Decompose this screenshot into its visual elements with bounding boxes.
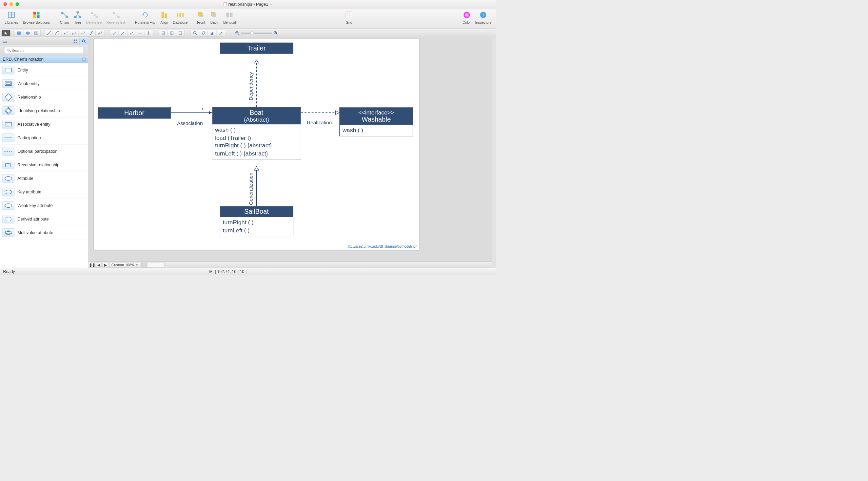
rotate-flip-button[interactable]: Rotate & Flip bbox=[133, 10, 158, 29]
window-controls bbox=[0, 2, 19, 6]
window-title[interactable]: relationships - Page1 ⌄ bbox=[223, 2, 272, 7]
shape-weak-key-attribute[interactable]: Weak key attribute bbox=[0, 199, 88, 212]
status-ready: Ready bbox=[3, 269, 15, 274]
diagram-canvas[interactable]: Trailer Harbor Boat {Abstract} wash ( ) bbox=[94, 39, 419, 250]
reverse-link-button[interactable]: Reverse link bbox=[104, 10, 127, 29]
page-tab-4[interactable] bbox=[159, 263, 165, 268]
snap-edge-tool[interactable] bbox=[167, 30, 176, 36]
libraries-button[interactable]: Libraries bbox=[3, 10, 20, 29]
inspectors-button[interactable]: i Inspectors bbox=[473, 10, 493, 29]
rect-tool[interactable] bbox=[15, 30, 23, 36]
svg-rect-24 bbox=[182, 13, 184, 17]
identical-button[interactable]: Identical bbox=[221, 10, 238, 29]
shape-optional-participation[interactable]: Optional participation bbox=[0, 145, 88, 158]
pause-icon[interactable]: ❚❚ bbox=[89, 263, 95, 268]
vguide-tool[interactable] bbox=[144, 30, 153, 36]
stamp-tool[interactable] bbox=[208, 30, 216, 36]
window-title-text: relationships - Page1 bbox=[228, 2, 268, 7]
shape-multivalue-attribute[interactable]: Multivalue attribute bbox=[0, 226, 88, 239]
pointer-tool[interactable] bbox=[2, 30, 10, 36]
prev-page-icon[interactable]: ◀ bbox=[96, 263, 102, 268]
distribute-button[interactable]: Distribute bbox=[171, 10, 190, 29]
shape-recursive-relationship[interactable]: Recursive relationship bbox=[0, 158, 88, 172]
canvas-scroll[interactable]: Trailer Harbor Boat {Abstract} wash ( ) bbox=[88, 37, 492, 262]
spline-tool[interactable] bbox=[127, 30, 136, 36]
close-section-icon[interactable]: ✕ bbox=[82, 57, 86, 62]
ellipse-tool[interactable] bbox=[23, 30, 32, 36]
back-button[interactable]: Back bbox=[208, 10, 221, 29]
zoom-tool[interactable] bbox=[191, 30, 199, 36]
connector-break-tool[interactable] bbox=[96, 30, 104, 36]
canvas-area: Trailer Harbor Boat {Abstract} wash ( ) bbox=[88, 37, 492, 268]
close-window-icon[interactable] bbox=[3, 2, 7, 6]
svg-line-45 bbox=[47, 32, 50, 35]
shape-identifying-relationship[interactable]: Identifying relationship bbox=[0, 104, 88, 118]
zoom-slider-thumb[interactable] bbox=[250, 31, 254, 35]
chain-button[interactable]: Chain bbox=[58, 10, 71, 29]
snap-corner-tool[interactable] bbox=[176, 30, 184, 36]
connector-direct-tool[interactable] bbox=[44, 30, 53, 36]
page-tab-2[interactable] bbox=[147, 263, 153, 268]
zoom-slider[interactable] bbox=[235, 31, 278, 35]
svg-rect-62 bbox=[211, 34, 213, 35]
shape-associative-entity[interactable]: Associative entity bbox=[0, 118, 88, 131]
hguide-tool[interactable] bbox=[136, 30, 144, 36]
uml-class-harbor[interactable]: Harbor bbox=[98, 107, 171, 119]
sidebar-search-input[interactable] bbox=[4, 47, 84, 54]
uml-class-sailboat[interactable]: SailBoat turnRight ( ) turnLeft ( ) bbox=[220, 206, 293, 236]
connector-spline-tool[interactable] bbox=[87, 30, 96, 36]
next-page-icon[interactable]: ▶ bbox=[102, 263, 108, 268]
connector-smart-tool[interactable] bbox=[70, 30, 78, 36]
connector-round-tool[interactable] bbox=[78, 30, 87, 36]
zoom-slider-track[interactable] bbox=[241, 33, 272, 34]
line-tool[interactable] bbox=[110, 30, 119, 36]
eyedropper-tool[interactable] bbox=[216, 30, 225, 36]
zoom-out-icon[interactable] bbox=[235, 31, 240, 35]
right-scrollbar[interactable] bbox=[492, 37, 496, 268]
sidebar-search-mode-icon[interactable] bbox=[79, 38, 88, 45]
zoom-in-icon[interactable] bbox=[274, 31, 278, 35]
uml-class-trailer[interactable]: Trailer bbox=[220, 43, 293, 54]
front-button[interactable]: Front bbox=[195, 10, 208, 29]
delete-link-button[interactable]: Delete link bbox=[84, 10, 104, 29]
svg-point-55 bbox=[163, 33, 163, 34]
page-tab-1[interactable] bbox=[141, 263, 147, 268]
page-tab-3[interactable] bbox=[153, 263, 159, 268]
zoom-combo[interactable]: Custom 108%▾ bbox=[109, 263, 140, 268]
color-button[interactable]: Color bbox=[460, 10, 473, 29]
washable-header: <<interface>> Washable bbox=[340, 108, 413, 125]
svg-point-46 bbox=[46, 34, 47, 35]
minimize-window-icon[interactable] bbox=[9, 2, 13, 6]
boat-title: Boat bbox=[214, 109, 299, 116]
sidebar-view-grid-icon[interactable] bbox=[71, 38, 79, 45]
snap-node-tool[interactable] bbox=[159, 30, 167, 36]
sidebar-toggle-icon[interactable] bbox=[0, 39, 10, 43]
shape-derived-attribute[interactable]: Derived attribute bbox=[0, 212, 88, 226]
connector-bezier-tool[interactable] bbox=[61, 30, 70, 36]
maximize-window-icon[interactable] bbox=[16, 2, 19, 6]
sidebar-section-title: ERD, Chen's notation bbox=[3, 57, 43, 62]
grid-button[interactable]: Grid bbox=[342, 10, 356, 29]
browse-solutions-button[interactable]: Browse Solutions bbox=[20, 10, 53, 29]
shape-participation[interactable]: Participation bbox=[0, 131, 88, 145]
footer-link[interactable]: http://sce2.umkc.edu/BIT/burrise/pl/mode… bbox=[347, 245, 416, 249]
shape-relationship[interactable]: Relationship bbox=[0, 90, 88, 104]
pan-tool[interactable] bbox=[199, 30, 208, 36]
tree-button[interactable]: Tree bbox=[71, 10, 84, 29]
svg-rect-28 bbox=[212, 13, 216, 17]
shape-weak-entity[interactable]: Weak entity bbox=[0, 77, 88, 90]
uml-interface-washable[interactable]: <<interface>> Washable wash ( ) bbox=[339, 107, 413, 136]
curve-tool[interactable] bbox=[119, 30, 127, 36]
secondary-toolbar bbox=[0, 29, 496, 37]
svg-rect-26 bbox=[198, 12, 202, 16]
align-button[interactable]: Align bbox=[158, 10, 171, 29]
uml-class-boat[interactable]: Boat {Abstract} wash ( ) load (Trailer t… bbox=[212, 107, 301, 159]
shape-entity[interactable]: Entity bbox=[0, 63, 88, 77]
shape-key-attribute[interactable]: Key attribute bbox=[0, 185, 88, 199]
sidebar-section-header[interactable]: ERD, Chen's notation ✕ bbox=[0, 56, 88, 63]
sidebar: 🔍 ERD, Chen's notation ✕ Entity Weak ent… bbox=[0, 37, 88, 268]
svg-line-49 bbox=[113, 32, 116, 35]
shape-attribute[interactable]: Attribute bbox=[0, 172, 88, 185]
text-tool[interactable] bbox=[32, 30, 40, 36]
connector-arc-tool[interactable] bbox=[53, 30, 61, 36]
